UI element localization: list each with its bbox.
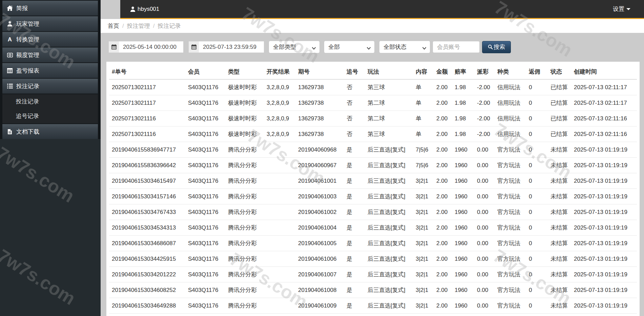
table-cell: 13629738 <box>295 79 344 95</box>
breadcrumb-current: 投注记录 <box>158 22 181 30</box>
table-cell: 单 <box>413 111 434 126</box>
table-cell: 1960 <box>452 220 474 236</box>
table-cell <box>264 267 295 282</box>
table-cell: 2.00 <box>434 204 452 220</box>
svg-text:A: A <box>8 37 12 42</box>
table-cell: 是 <box>344 220 365 236</box>
table-cell: 第三球 <box>365 126 413 142</box>
table-cell: S403Q1176 <box>185 79 225 95</box>
table-cell: 是 <box>344 189 365 204</box>
table-cell <box>264 142 295 158</box>
table-cell: 3|2|1 <box>413 173 434 189</box>
table-cell: 官方玩法 <box>495 220 526 236</box>
table-cell: S403Q1176 <box>185 111 225 126</box>
table-cell: 0 <box>526 126 548 142</box>
table-cell: 2.00 <box>434 158 452 173</box>
column-header-3: 开奖结果 <box>264 64 295 79</box>
sidebar-item-5[interactable]: 投注记录 <box>2 79 98 94</box>
table-cell: 2025-07-13 02:11:17 <box>571 79 637 95</box>
table-row: 20250713021116S403Q1176极速时时彩3,2,8,0,9136… <box>109 126 637 142</box>
table-cell: 已结算 <box>548 111 571 126</box>
member-account-input[interactable] <box>433 41 480 53</box>
lottery-select[interactable]: 全部 <box>324 41 374 53</box>
table-cell: 是 <box>344 236 365 251</box>
table-row: 20190406153034425915S403Q1176腾讯分分彩201904… <box>109 251 637 267</box>
table-cell: 后三直选[复式] <box>365 251 413 267</box>
table-row: 20190406153034534313S403Q1176腾讯分分彩201904… <box>109 220 637 236</box>
table-cell: 腾讯分分彩 <box>225 236 264 251</box>
home-icon <box>7 5 13 11</box>
records-table: #单号会员类型开奖结果期号追号玩法内容金额赔率派彩种类返佣状态创建时间 2025… <box>109 64 637 314</box>
table-cell: 20190406153034534313 <box>109 220 185 236</box>
sidebar-item-0[interactable]: 简报 <box>2 1 98 16</box>
table-cell: 2.00 <box>434 267 452 282</box>
type-select[interactable]: 全部类型 <box>269 41 319 53</box>
sidebar-item-6[interactable]: 文档下载 <box>2 124 98 139</box>
table-cell: 是 <box>344 282 365 298</box>
table-cell: 否 <box>344 79 365 95</box>
table-cell: 后三直选[复式] <box>365 220 413 236</box>
page: 简报玩家管理A转换管理额度管理盈亏报表投注记录投注记录追号记录文档下载 hbys… <box>0 0 644 316</box>
table-cell: 3|2|1 <box>413 204 434 220</box>
column-header-10: 派彩 <box>474 64 495 79</box>
breadcrumb-home[interactable]: 首页 <box>108 22 119 30</box>
table-cell: 0 <box>526 142 548 158</box>
date-from-input[interactable] <box>119 41 184 53</box>
table-cell: 未结算 <box>548 236 571 251</box>
status-select[interactable]: 全部状态 <box>379 41 430 53</box>
table-cell: 未结算 <box>548 267 571 282</box>
table-cell: 2.00 <box>434 189 452 204</box>
table-cell: 0 <box>526 111 548 126</box>
table-cell: 后三直选[复式] <box>365 298 413 314</box>
table-cell: 2025-07-13 01:19:19 <box>571 189 637 204</box>
table-cell: 7|5|6 <box>413 142 434 158</box>
table-cell: 0 <box>526 79 548 95</box>
table-cell: 20190406153034201222 <box>109 267 185 282</box>
sidebar-item-1[interactable]: 玩家管理 <box>2 16 98 31</box>
sidebar-item-label: 简报 <box>16 4 28 12</box>
table-row: 20250713021117S403Q1176极速时时彩3,2,8,0,9136… <box>109 79 637 95</box>
table-cell: 2025-07-13 01:19:19 <box>571 251 637 267</box>
table-cell: 1960 <box>452 204 474 220</box>
breadcrumb: 首页 / 投注管理 / 投注记录 <box>101 19 644 33</box>
list-icon <box>7 84 13 88</box>
table-cell: 未结算 <box>548 204 571 220</box>
sidebar-item-2[interactable]: A转换管理 <box>2 32 98 47</box>
sidebar-item-4[interactable]: 盈亏报表 <box>2 63 98 78</box>
table-cell: 0.00 <box>474 298 495 314</box>
table-cell: S403Q1176 <box>185 95 225 111</box>
table-cell <box>264 282 295 298</box>
table-cell: 官方玩法 <box>495 173 526 189</box>
table-cell: 0 <box>526 204 548 220</box>
sidebar-item-3[interactable]: 额度管理 <box>2 47 98 62</box>
topbar-user-menu[interactable]: hbys001 <box>130 0 159 18</box>
date-to-group <box>188 41 264 53</box>
table-cell: S403Q1176 <box>185 282 225 298</box>
topbar-settings-menu[interactable]: 设置 <box>613 0 630 18</box>
table-cell: 2025-07-13 01:19:19 <box>571 298 637 314</box>
table-cell: -2.00 <box>474 79 495 95</box>
table-cell: 201904061003 <box>295 189 344 204</box>
date-from-group <box>108 41 184 53</box>
table-cell <box>264 189 295 204</box>
table-cell: 0 <box>526 189 548 204</box>
table-cell: 未结算 <box>548 158 571 173</box>
table-cell: 20190406153034615497 <box>109 173 185 189</box>
money-icon <box>7 53 13 58</box>
table-cell: 单 <box>413 126 434 142</box>
sidebar-subitem-0[interactable]: 投注记录 <box>2 94 98 109</box>
table-cell: 13629738 <box>295 95 344 111</box>
table-cell: 20250713021117 <box>109 79 185 95</box>
sidebar-submenu: 投注记录追号记录 <box>2 94 98 123</box>
sidebar-subitem-1[interactable]: 追号记录 <box>2 109 98 123</box>
table-cell: 201904060967 <box>295 158 344 173</box>
table-cell: 未结算 <box>548 142 571 158</box>
search-button[interactable]: 搜索 <box>482 41 511 53</box>
table-cell: 0 <box>526 95 548 111</box>
column-header-7: 内容 <box>413 64 434 79</box>
sidebar-item-label: 玩家管理 <box>16 20 39 28</box>
date-to-input[interactable] <box>199 41 264 53</box>
table-cell: 3|2|1 <box>413 236 434 251</box>
table-cell: 201904061009 <box>295 298 344 314</box>
table-cell: 0.00 <box>474 158 495 173</box>
